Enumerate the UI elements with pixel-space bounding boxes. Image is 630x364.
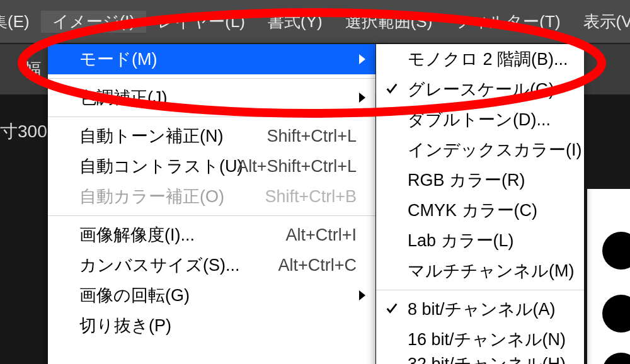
- menuitem-label: CMYK カラー(C): [408, 195, 537, 225]
- menuitem-auto-tone[interactable]: 自動トーン補正(N) Shift+Ctrl+L: [48, 121, 375, 151]
- menuitem-shortcut: Shift+Ctrl+L: [266, 121, 357, 151]
- menuitem-image-size[interactable]: 画像解像度(I)... Alt+Ctrl+I: [48, 220, 375, 250]
- menuitem-shortcut: Shift+Ctrl+B: [265, 181, 357, 212]
- menu-view[interactable]: 表示(V): [572, 11, 630, 33]
- menuitem-label: 画像解像度(I)...: [79, 220, 195, 250]
- menuitem-rotate[interactable]: 画像の回転(G): [48, 280, 375, 310]
- menu-separator: [48, 78, 375, 79]
- menuitem-cmyk[interactable]: CMYK カラー(C): [376, 195, 584, 225]
- menuitem-8bit[interactable]: 8 bit/チャンネル(A): [376, 294, 584, 324]
- menu-separator: [48, 117, 375, 117]
- menu-label: 集(E): [0, 12, 30, 31]
- menu-type[interactable]: 書式(Y): [256, 11, 334, 33]
- menuitem-label: カンバスサイズ(S)...: [79, 250, 240, 280]
- image-dropdown-menu: モード(M) 色調補正(J) 自動トーン補正(N) Shift+Ctrl+L 自…: [48, 44, 375, 364]
- menuitem-label: モノクロ 2 階調(B)...: [408, 44, 568, 74]
- menu-filter[interactable]: フィルター(T): [444, 11, 571, 33]
- menuitem-shortcut: Alt+Shift+Ctrl+L: [237, 151, 357, 181]
- menuitem-label: 画像の回転(G): [79, 280, 190, 310]
- submenu-arrow-icon: [359, 290, 365, 300]
- menuitem-auto-contrast[interactable]: 自動コントラスト(U) Alt+Shift+Ctrl+L: [48, 151, 375, 181]
- menuitem-label: インデックスカラー(I): [408, 135, 581, 165]
- menuitem-32bit[interactable]: 32 bit/チャンネル(H): [376, 355, 584, 364]
- menu-label: レイヤー(L): [158, 12, 245, 31]
- menuitem-label: 切り抜き(P): [79, 310, 171, 341]
- menuitem-label: RGB カラー(R): [408, 165, 525, 195]
- mode-submenu: モノクロ 2 階調(B)... グレースケール(G) ダブルトーン(D)... …: [376, 44, 584, 364]
- check-icon: [385, 302, 399, 316]
- menu-separator: [48, 215, 375, 216]
- menuitem-label: ダブルトーン(D)...: [408, 105, 551, 135]
- menuitem-label: マルチチャンネル(M): [408, 256, 574, 286]
- menuitem-16bit[interactable]: 16 bit/チャンネル(N): [376, 324, 584, 355]
- submenu-arrow-icon: [359, 93, 365, 103]
- menuitem-auto-color: 自動カラー補正(O) Shift+Ctrl+B: [48, 181, 375, 212]
- menu-edit[interactable]: 集(E): [0, 11, 41, 33]
- menuitem-label: 32 bit/チャンネル(H): [408, 355, 566, 364]
- menuitem-label: グレースケール(G): [408, 74, 554, 105]
- menuitem-rgb[interactable]: RGB カラー(R): [376, 165, 584, 195]
- submenu-arrow-icon: [359, 54, 365, 64]
- menuitem-bitmap[interactable]: モノクロ 2 階調(B)...: [376, 44, 584, 74]
- menuitem-label: 16 bit/チャンネル(N): [408, 324, 566, 355]
- menu-separator: [376, 290, 584, 290]
- menu-image[interactable]: イメージ(I): [41, 11, 147, 33]
- menu-bar: 集(E) イメージ(I) レイヤー(L) 書式(Y) 選択範囲(S) フィルター…: [0, 0, 630, 43]
- menuitem-adjustments[interactable]: 色調補正(J): [48, 82, 375, 113]
- menuitem-grayscale[interactable]: グレースケール(G): [376, 74, 584, 105]
- canvas-area: [587, 189, 630, 364]
- menuitem-duotone[interactable]: ダブルトーン(D)...: [376, 105, 584, 135]
- menuitem-multichannel[interactable]: マルチチャンネル(M): [376, 256, 584, 286]
- menuitem-label: 自動トーン補正(N): [79, 121, 223, 151]
- check-icon: [385, 82, 399, 96]
- menuitem-crop[interactable]: 切り抜き(P): [48, 310, 375, 341]
- menu-label: 表示(V): [583, 12, 630, 31]
- menuitem-shortcut: Alt+Ctrl+C: [278, 250, 357, 280]
- menuitem-label: モード(M): [79, 44, 157, 74]
- dimension-text: 寸300:: [0, 120, 52, 144]
- menuitem-label: 自動コントラスト(U): [79, 151, 243, 181]
- menuitem-label: 8 bit/チャンネル(A): [408, 294, 556, 324]
- option-width-label: 幅: [24, 58, 42, 82]
- menuitem-label: Lab カラー(L): [408, 225, 514, 256]
- menu-select[interactable]: 選択範囲(S): [334, 11, 444, 33]
- menuitem-indexed[interactable]: インデックスカラー(I): [376, 135, 584, 165]
- menu-label: 選択範囲(S): [345, 12, 433, 31]
- menu-label: イメージ(I): [52, 12, 135, 31]
- menuitem-label: 自動カラー補正(O): [79, 181, 224, 212]
- menuitem-label: 色調補正(J): [79, 82, 167, 113]
- menuitem-shortcut: Alt+Ctrl+I: [285, 220, 357, 250]
- menuitem-canvas-size[interactable]: カンバスサイズ(S)... Alt+Ctrl+C: [48, 250, 375, 280]
- menu-label: フィルター(T): [455, 12, 560, 31]
- menuitem-lab[interactable]: Lab カラー(L): [376, 225, 584, 256]
- menu-layer[interactable]: レイヤー(L): [146, 11, 256, 33]
- menu-label: 書式(Y): [268, 12, 323, 31]
- menuitem-mode[interactable]: モード(M): [48, 44, 375, 74]
